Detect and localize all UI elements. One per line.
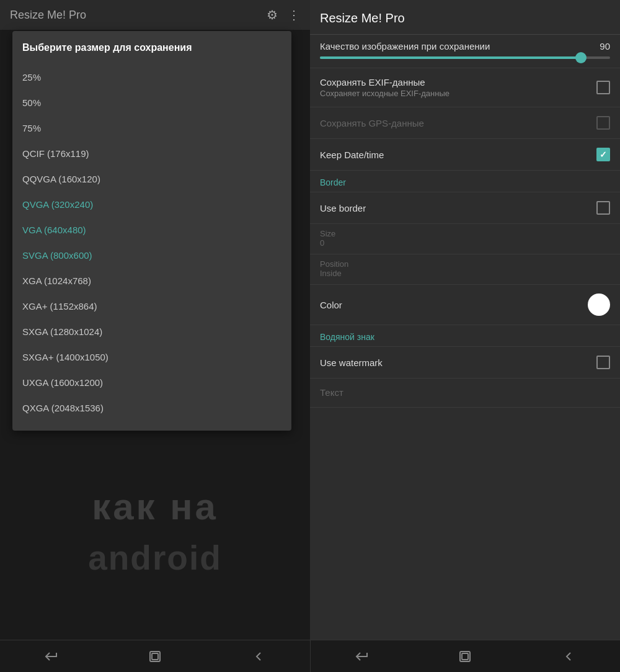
left-nav-home[interactable] bbox=[206, 640, 310, 673]
dropdown-item-qqvga[interactable]: QQVGA (160x120) bbox=[12, 166, 291, 192]
date-checkbox[interactable] bbox=[596, 148, 610, 161]
date-row: Keep Date/time bbox=[310, 139, 620, 171]
left-nav bbox=[0, 640, 310, 673]
right-nav-back[interactable] bbox=[311, 640, 414, 673]
use-border-row: Use border bbox=[310, 192, 620, 224]
exif-sublabel: Сохраняет исходные EXIF-данные bbox=[320, 89, 450, 98]
exif-label: Сохранять EXIF-данные bbox=[320, 77, 450, 87]
dropdown-menu: Выберите размер для сохранения 25% 50% 7… bbox=[12, 31, 291, 431]
use-border-checkbox[interactable] bbox=[596, 201, 610, 215]
tekst-label: Текст bbox=[320, 387, 343, 398]
more-icon[interactable]: ⋮ bbox=[288, 7, 300, 22]
dropdown-item-sxgaplus[interactable]: SXGA+ (1400x1050) bbox=[12, 344, 291, 370]
right-nav-recents[interactable] bbox=[414, 640, 516, 673]
size-row: Size 0 bbox=[310, 224, 620, 254]
svg-rect-1 bbox=[152, 653, 158, 660]
dropdown-item-svga[interactable]: SVGA (800x600) bbox=[12, 243, 291, 268]
left-header: Resize Me! Pro ⚙ ⋮ bbox=[0, 0, 310, 30]
quality-label-row: Качество изображения при сохранении 90 bbox=[320, 41, 610, 52]
gps-checkbox[interactable] bbox=[596, 116, 610, 130]
position-label: Position bbox=[320, 259, 610, 269]
quality-slider-track[interactable] bbox=[320, 56, 610, 59]
size-label: Size bbox=[320, 229, 610, 238]
quality-label: Качество изображения при сохранении bbox=[320, 41, 490, 52]
size-value: 0 bbox=[320, 238, 610, 248]
dropdown-item-50[interactable]: 50% bbox=[12, 90, 291, 115]
left-header-title: Resize Me! Pro bbox=[10, 9, 86, 22]
dropdown-title: Выберите размер для сохранения bbox=[12, 41, 291, 65]
right-nav bbox=[310, 640, 620, 673]
color-picker[interactable] bbox=[588, 293, 610, 316]
left-panel: Resize Me! Pro ⚙ ⋮ bbox=[0, 0, 310, 640]
position-row: Position Inside bbox=[310, 254, 620, 285]
gps-label: Сохранять GPS-данные bbox=[320, 118, 424, 128]
dropdown-item-sxga[interactable]: SXGA (1280x1024) bbox=[12, 319, 291, 344]
use-watermark-checkbox[interactable] bbox=[596, 356, 610, 369]
main-area: Resize Me! Pro ⚙ ⋮ bbox=[0, 0, 620, 640]
dropdown-item-qxga[interactable]: QXGA (2048x1536) bbox=[12, 395, 291, 421]
svg-rect-3 bbox=[462, 653, 468, 660]
dropdown-item-uxga[interactable]: UXGA (1600x1200) bbox=[12, 370, 291, 395]
position-value: Inside bbox=[320, 269, 610, 278]
right-panel-title: Resize Me! Pro bbox=[320, 11, 405, 25]
exif-checkbox[interactable] bbox=[596, 81, 610, 94]
quality-slider-section: Качество изображения при сохранении 90 bbox=[310, 35, 620, 68]
left-nav-recents[interactable] bbox=[104, 640, 207, 673]
dropdown-item-xgaplus[interactable]: XGA+ (1152x864) bbox=[12, 293, 291, 319]
right-header: Resize Me! Pro bbox=[310, 0, 620, 35]
dropdown-item-75[interactable]: 75% bbox=[12, 115, 291, 141]
border-section-label: Border bbox=[320, 177, 346, 187]
gps-row: Сохранять GPS-данные bbox=[310, 107, 620, 139]
watermark-section-header: Водяной знак bbox=[310, 325, 620, 347]
left-header-icons: ⚙ ⋮ bbox=[267, 7, 300, 22]
color-row: Color bbox=[310, 285, 620, 325]
quality-slider-fill bbox=[320, 56, 581, 59]
color-label: Color bbox=[320, 300, 342, 310]
tekst-row: Текст bbox=[310, 379, 620, 408]
nav-bar bbox=[0, 640, 620, 672]
left-nav-back[interactable] bbox=[0, 640, 104, 673]
border-section-header: Border bbox=[310, 171, 620, 192]
right-nav-home[interactable] bbox=[517, 640, 620, 673]
watermark-section-label: Водяной знак bbox=[320, 332, 374, 342]
dropdown-item-vga[interactable]: VGA (640x480) bbox=[12, 217, 291, 243]
use-watermark-row: Use watermark bbox=[310, 347, 620, 379]
exif-label-group: Сохранять EXIF-данные Сохраняет исходные… bbox=[320, 77, 450, 98]
dropdown-item-xga[interactable]: XGA (1024x768) bbox=[12, 268, 291, 293]
quality-value: 90 bbox=[600, 41, 610, 52]
right-panel: Resize Me! Pro Качество изображения при … bbox=[310, 0, 620, 640]
use-border-label: Use border bbox=[320, 203, 366, 213]
dropdown-item-qvga[interactable]: QVGA (320x240) bbox=[12, 192, 291, 217]
date-label: Keep Date/time bbox=[320, 150, 384, 160]
use-watermark-label: Use watermark bbox=[320, 357, 383, 368]
exif-row: Сохранять EXIF-данные Сохраняет исходные… bbox=[310, 68, 620, 107]
dropdown-item-25[interactable]: 25% bbox=[12, 65, 291, 90]
dropdown-item-qcif[interactable]: QCIF (176x119) bbox=[12, 141, 291, 166]
settings-icon[interactable]: ⚙ bbox=[267, 7, 278, 22]
quality-slider-thumb[interactable] bbox=[575, 52, 587, 63]
